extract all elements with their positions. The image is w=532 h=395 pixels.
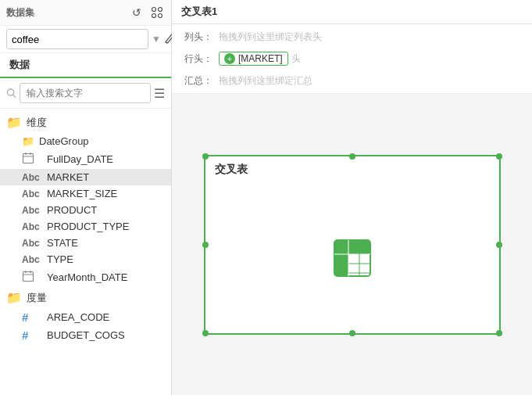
- refresh-icon[interactable]: ↺: [129, 5, 145, 20]
- item-label: DateGroup: [39, 135, 89, 147]
- svg-rect-6: [23, 154, 34, 163]
- dataset-selector: ▼: [0, 26, 171, 53]
- dataset-input[interactable]: [6, 29, 148, 49]
- item-label: MARKET_SIZE: [47, 188, 117, 199]
- list-item[interactable]: Abc PRODUCT: [0, 202, 171, 218]
- dataset-label: 数据集: [6, 6, 34, 20]
- section-dimensions[interactable]: 📁 维度: [0, 112, 171, 133]
- row-header-drop-zone[interactable]: + [MARKET] 头: [219, 52, 523, 66]
- measures-folder-icon: 📁: [6, 290, 22, 305]
- section-measures[interactable]: 📁 度量: [0, 287, 171, 308]
- search-icon: [6, 88, 16, 99]
- resize-handle-bottom[interactable]: [349, 330, 355, 336]
- svg-line-5: [13, 95, 16, 97]
- abc-icon: Abc: [22, 189, 42, 199]
- resize-handle-top[interactable]: [349, 153, 355, 160]
- date-icon: [22, 270, 42, 285]
- dropdown-arrow: ▼: [152, 34, 161, 45]
- abc-icon: Abc: [22, 254, 42, 265]
- list-item[interactable]: Abc MARKET_SIZE: [0, 185, 171, 202]
- hash-icon: #: [22, 329, 42, 342]
- dimensions-folder-icon: 📁: [6, 115, 22, 130]
- resize-handle-bl[interactable]: [202, 330, 209, 336]
- list-item[interactable]: Abc MARKET: [0, 169, 171, 185]
- row-header-hint: 头: [291, 52, 301, 66]
- item-label: STATE: [47, 237, 78, 249]
- list-item[interactable]: # AREA_CODE: [0, 308, 171, 326]
- connect-icon[interactable]: [149, 5, 165, 20]
- item-label: TYPE: [47, 253, 73, 265]
- col-header-hint: 拖拽列到这里绑定列表头: [219, 31, 322, 44]
- item-label: AREA_CODE: [47, 311, 109, 323]
- dategroup-icon: 📁: [22, 135, 34, 147]
- canvas-area: 交叉表: [172, 94, 532, 395]
- crosstab-table-icon: [333, 239, 372, 278]
- col-header-drop-zone[interactable]: 拖拽列到这里绑定列表头: [219, 31, 523, 44]
- list-item[interactable]: FullDay_DATE: [0, 149, 171, 169]
- resize-handle-left[interactable]: [202, 242, 209, 248]
- resize-handle-br[interactable]: [496, 330, 502, 336]
- date-icon: [22, 152, 42, 167]
- abc-icon: Abc: [22, 221, 42, 232]
- canvas-title: 交叉表: [205, 156, 499, 183]
- col-header-row: 列头： 拖拽列到这里绑定列表头: [181, 27, 523, 46]
- row-header-row: 行头： + [MARKET] 头: [181, 49, 523, 68]
- col-header-label: 列头：: [181, 31, 212, 44]
- list-item[interactable]: 📁 DateGroup: [0, 133, 171, 149]
- svg-rect-16: [334, 240, 348, 276]
- menu-icon[interactable]: ☰: [154, 86, 165, 101]
- hash-icon: #: [22, 311, 42, 324]
- list-item[interactable]: Abc STATE: [0, 235, 171, 251]
- list-item[interactable]: Abc PRODUCT_TYPE: [0, 218, 171, 235]
- market-field-tag[interactable]: + [MARKET]: [219, 52, 288, 66]
- svg-point-2: [152, 14, 156, 18]
- search-area: ☰: [0, 78, 171, 109]
- svg-point-4: [7, 89, 13, 95]
- dataset-icons: ↺: [129, 5, 165, 20]
- summary-drop-zone[interactable]: 拖拽列到这里绑定汇总: [219, 74, 523, 88]
- drop-zone-area: 列头： 拖拽列到这里绑定列表头 行头： + [MARKET] 头 汇总： 拖拽列…: [172, 24, 532, 94]
- dataset-header: 数据集 ↺: [0, 0, 171, 26]
- svg-point-1: [159, 8, 162, 12]
- summary-label: 汇总：: [181, 74, 212, 88]
- list-item[interactable]: # BUDGET_COGS: [0, 326, 171, 344]
- right-panel: 交叉表1 列头： 拖拽列到这里绑定列表头 行头： + [MARKET] 头 汇总…: [172, 0, 532, 395]
- crosstab-title: 交叉表1: [181, 5, 217, 19]
- item-label: YearMonth_DATE: [47, 271, 127, 283]
- data-tab[interactable]: 数据: [6, 53, 33, 77]
- tree-area: 📁 维度 📁 DateGroup FullDay_DATE Abc MARK: [0, 109, 171, 395]
- summary-row: 汇总： 拖拽列到这里绑定汇总: [181, 71, 523, 90]
- item-label: BUDGET_COGS: [47, 329, 125, 341]
- abc-icon: Abc: [22, 205, 42, 216]
- search-input[interactable]: [20, 83, 151, 103]
- row-header-label: 行头：: [181, 52, 212, 66]
- crosstab-canvas[interactable]: 交叉表: [204, 155, 501, 335]
- left-panel: 数据集 ↺ ▼ 数据: [0, 0, 172, 395]
- svg-point-3: [159, 14, 162, 18]
- field-tag-plus: +: [224, 53, 235, 64]
- item-label: PRODUCT: [47, 204, 97, 216]
- summary-hint: 拖拽列到这里绑定汇总: [219, 74, 312, 88]
- item-label: PRODUCT_TYPE: [47, 221, 129, 232]
- resize-handle-tr[interactable]: [496, 153, 502, 160]
- resize-handle-right[interactable]: [496, 242, 502, 248]
- resize-handle-tl[interactable]: [202, 153, 209, 160]
- item-label: FullDay_DATE: [47, 153, 113, 165]
- svg-rect-10: [23, 272, 34, 282]
- abc-icon: Abc: [22, 238, 42, 249]
- svg-point-0: [152, 8, 156, 12]
- list-item[interactable]: YearMonth_DATE: [0, 268, 171, 287]
- canvas-icon-area: [205, 183, 499, 333]
- measures-label: 度量: [27, 291, 47, 305]
- item-label: MARKET: [47, 171, 89, 183]
- dimensions-label: 维度: [27, 116, 47, 130]
- field-tag-label: [MARKET]: [238, 53, 283, 64]
- abc-icon: Abc: [22, 172, 42, 183]
- data-tab-area: 数据: [0, 53, 171, 78]
- crosstab-header: 交叉表1: [172, 0, 532, 24]
- list-item[interactable]: Abc TYPE: [0, 251, 171, 268]
